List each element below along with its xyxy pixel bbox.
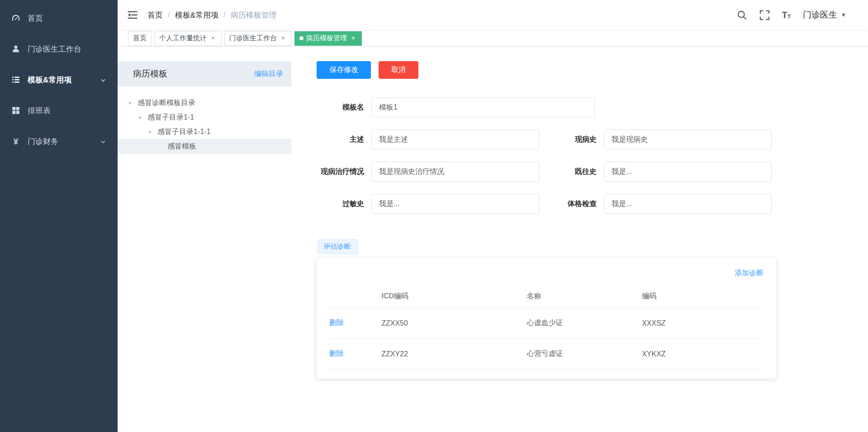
fullscreen-icon[interactable] [759, 10, 770, 20]
tree-node-label: 感冒诊断模板目录 [138, 98, 195, 108]
treatment-status-label: 现病治疗情况 [317, 167, 364, 177]
tree-node-root[interactable]: ▾ 感冒诊断模板目录 [118, 96, 291, 110]
schedule-icon [11, 106, 20, 115]
template-list-icon [11, 75, 20, 84]
panel-title: 病历模板 [133, 68, 167, 80]
dashboard-icon [11, 14, 20, 23]
breadcrumb-current: 病历模板管理 [231, 10, 277, 20]
close-icon[interactable]: × [209, 35, 217, 42]
sidebar-item-doctor-workbench[interactable]: 门诊医生工作台 [0, 34, 118, 64]
diagnosis-table: ICD编码 名称 编码 删除 ZZXX50 心虚血少证 XXXSZ [329, 285, 764, 370]
cell-code: XXXSZ [642, 308, 764, 339]
tree-node-label: 感冒子目录1-1 [147, 113, 194, 122]
tab-doctor-workbench[interactable]: 门诊医生工作台 × [224, 31, 292, 46]
caret-down-icon[interactable]: ▾ [138, 114, 147, 121]
close-icon[interactable]: × [350, 35, 357, 42]
table-header-row: ICD编码 名称 编码 [329, 285, 764, 308]
past-history-input[interactable] [604, 162, 772, 182]
save-button[interactable]: 保存修改 [317, 61, 371, 79]
sidebar-item-label: 首页 [28, 13, 43, 24]
sidebar-item-schedule[interactable]: 排班表 [0, 95, 118, 126]
cell-code: XYKXZ [642, 339, 764, 370]
sidebar-item-label: 门诊医生工作台 [28, 44, 81, 54]
column-code: 编码 [642, 285, 764, 308]
present-illness-input[interactable] [604, 130, 772, 149]
tree-node-label: 感冒模板 [167, 142, 196, 151]
tab-label: 首页 [133, 34, 147, 43]
allergy-history-label: 过敏史 [317, 199, 364, 209]
allergy-history-input[interactable] [371, 194, 539, 214]
tree-node-template-selected[interactable]: 感冒模板 [118, 139, 291, 154]
column-name: 名称 [527, 285, 642, 308]
column-action [329, 285, 381, 308]
tab-personal-workload-stats[interactable]: 个人工作量统计 × [154, 31, 222, 46]
tree-node-sub1[interactable]: ▾ 感冒子目录1-1 [118, 110, 291, 125]
cell-name: 心虚血少证 [527, 308, 642, 339]
chief-complaint-input[interactable] [371, 130, 539, 149]
tree-node-sub2[interactable]: ▾ 感冒子目录1-1-1 [118, 125, 291, 139]
breadcrumb-templates[interactable]: 模板&常用项 [175, 10, 218, 20]
breadcrumb-home[interactable]: 首页 [147, 10, 163, 20]
form-row-2: 主述 现病史 [317, 130, 868, 149]
sidebar-item-label: 门诊财务 [28, 136, 58, 147]
delete-row-link[interactable]: 删除 [329, 319, 344, 326]
form-row-template-name: 模板名 [317, 97, 868, 117]
table-row: 删除 ZZXX50 心虚血少证 XXXSZ [329, 308, 764, 339]
cell-name: 心营亏虚证 [527, 339, 642, 370]
tab-record-template-mgmt[interactable]: 病历模板管理 × [294, 31, 362, 46]
navbar-actions: TT 门诊医生 ▼ [737, 9, 846, 21]
sidebar-item-home[interactable]: 首页 [0, 3, 118, 34]
tabs-bar: 首页 个人工作量统计 × 门诊医生工作台 × 病历模板管理 × [118, 30, 868, 47]
sidebar-toggle-icon[interactable] [127, 9, 138, 21]
physical-exam-label: 体格检查 [539, 199, 597, 209]
template-tree-panel: 病历模板 编辑目录 ▾ 感冒诊断模板目录 ▾ 感冒子目录1-1 ▾ 感冒子目录1… [118, 61, 291, 432]
breadcrumb-separator: / [168, 10, 170, 19]
page-content: 病历模板 编辑目录 ▾ 感冒诊断模板目录 ▾ 感冒子目录1-1 ▾ 感冒子目录1… [118, 47, 868, 432]
sidebar-item-finance[interactable]: ¥ 门诊财务 [0, 126, 118, 157]
user-icon [11, 44, 20, 53]
present-illness-label: 现病史 [539, 135, 597, 144]
caret-down-icon[interactable]: ▾ [128, 100, 138, 106]
past-history-label: 既往史 [539, 167, 597, 177]
treatment-status-input[interactable] [371, 162, 539, 182]
tab-label: 病历模板管理 [306, 34, 347, 43]
cell-icd: ZZXX50 [381, 308, 527, 339]
tree-node-label: 感冒子目录1-1-1 [157, 127, 210, 137]
assessment-diagnosis-tag[interactable]: 评估诊断: [318, 239, 358, 254]
active-tab-dot [299, 36, 304, 40]
template-form: 模板名 主述 现病史 现病治疗情况 既往史 [317, 97, 868, 214]
breadcrumb-separator: / [223, 10, 226, 19]
sidebar-item-label: 排班表 [28, 106, 51, 116]
delete-row-link[interactable]: 删除 [329, 350, 344, 357]
search-icon[interactable] [737, 10, 747, 20]
caret-down-icon[interactable]: ▾ [148, 129, 157, 135]
template-name-label: 模板名 [317, 103, 364, 112]
template-tree: ▾ 感冒诊断模板目录 ▾ 感冒子目录1-1 ▾ 感冒子目录1-1-1 感冒模板 [118, 86, 291, 154]
add-diagnosis-link[interactable]: 添加诊断 [329, 269, 764, 278]
table-row: 删除 ZZXY22 心营亏虚证 XYKXZ [329, 339, 764, 370]
sidebar: 首页 门诊医生工作台 模板&常用项 排班表 ¥ 门诊财务 [0, 0, 118, 432]
app-root: 首页 门诊医生工作台 模板&常用项 排班表 ¥ 门诊财务 [0, 0, 868, 432]
template-form-area: 保存修改 取消 模板名 主述 现病史 现病治疗情况 [291, 61, 868, 432]
finance-yen-icon: ¥ [11, 137, 20, 146]
chevron-down-icon [100, 138, 106, 144]
edit-directory-link[interactable]: 编辑目录 [254, 69, 283, 79]
template-name-input[interactable] [371, 97, 595, 117]
tab-home[interactable]: 首页 [128, 31, 152, 46]
caret-down-icon: ▼ [841, 12, 846, 18]
diagnosis-card: 添加诊断 ICD编码 名称 编码 [317, 258, 776, 379]
text-size-icon[interactable]: TT [782, 10, 791, 19]
tab-label: 门诊医生工作台 [229, 34, 277, 43]
main-column: 首页 / 模板&常用项 / 病历模板管理 TT 门诊医生 ▼ [118, 0, 868, 432]
column-icd: ICD编码 [381, 285, 527, 308]
close-icon[interactable]: × [280, 35, 287, 42]
cell-icd: ZZXY22 [381, 339, 527, 370]
tab-label: 个人工作量统计 [159, 34, 207, 43]
sidebar-item-templates[interactable]: 模板&常用项 [0, 64, 118, 95]
cancel-button[interactable]: 取消 [379, 61, 418, 79]
form-row-4: 过敏史 体格检查 [317, 194, 868, 214]
form-row-3: 现病治疗情况 既往史 [317, 162, 868, 182]
user-dropdown[interactable]: 门诊医生 ▼ [803, 9, 846, 21]
physical-exam-input[interactable] [604, 194, 772, 214]
tree-panel-header: 病历模板 编辑目录 [118, 61, 291, 86]
